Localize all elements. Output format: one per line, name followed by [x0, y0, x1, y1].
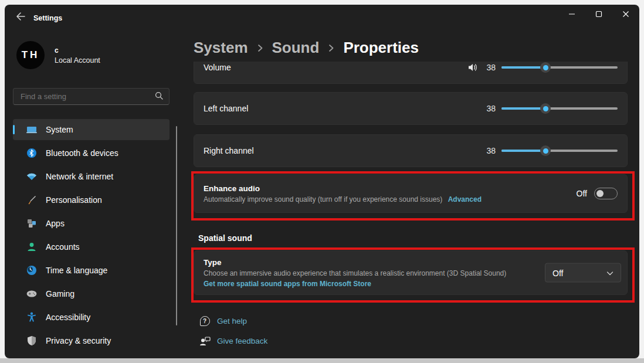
type-description: Choose an immersive audio experience tha…: [204, 269, 533, 277]
sidebar-item-label: Time & language: [46, 266, 107, 275]
apps-icon: [26, 218, 38, 229]
volume-slider[interactable]: [501, 66, 618, 69]
account-type: Local Account: [55, 56, 100, 65]
close-button[interactable]: [612, 5, 639, 25]
maximize-button[interactable]: [585, 5, 612, 25]
sidebar-item-label: Personalisation: [46, 195, 102, 205]
spatial-type-dropdown[interactable]: Off: [545, 263, 621, 283]
left-channel-slider-thumb[interactable]: [540, 103, 551, 114]
get-help-link[interactable]: ? Get help: [198, 314, 247, 327]
give-feedback-icon: [198, 334, 211, 347]
minimize-button[interactable]: [558, 5, 585, 25]
account-name: c: [55, 46, 100, 55]
slider-fill: [501, 66, 545, 69]
sidebar-nav: System Bluetooth & devices Network & int…: [13, 119, 170, 354]
accessibility-icon: [26, 311, 38, 323]
right-channel-slider-thumb[interactable]: [540, 145, 551, 156]
speaker-icon[interactable]: [467, 63, 478, 72]
get-help-icon: ?: [198, 314, 211, 327]
left-channel-value: 38: [484, 104, 496, 113]
sidebar-item-label: Accessibility: [46, 313, 90, 322]
close-icon: [622, 9, 629, 20]
screenshot-stage: Settings TH c Local Account: [0, 0, 644, 363]
sidebar-item-label: Bluetooth & devices: [46, 148, 118, 158]
selected-indicator: [13, 125, 15, 134]
chevron-right-icon: [256, 43, 264, 53]
bluetooth-icon: [26, 147, 38, 159]
sidebar-item-label: Gaming: [46, 289, 74, 298]
spatial-type-row: Type Choose an immersive audio experienc…: [194, 250, 628, 295]
right-channel-value: 38: [484, 146, 496, 155]
volume-slider-thumb[interactable]: [540, 62, 551, 73]
breadcrumb-system[interactable]: System: [194, 39, 248, 57]
enhance-audio-title: Enhance audio: [204, 184, 545, 193]
chevron-right-icon: [327, 43, 335, 53]
enhance-audio-description: Automatically improve sound quality (tur…: [204, 195, 442, 203]
system-icon: [26, 124, 38, 135]
personalisation-icon: [26, 194, 38, 206]
chevron-down-icon: [606, 267, 614, 278]
left-channel-slider[interactable]: [501, 107, 618, 110]
desktop-background: [0, 358, 644, 363]
spatial-store-link[interactable]: Get more spatial sound apps from Microso…: [204, 280, 371, 288]
accounts-icon: [26, 241, 38, 253]
sidebar-item-network[interactable]: Network & internet: [13, 166, 170, 187]
enhance-audio-toggle[interactable]: [594, 188, 618, 199]
left-channel-row: Left channel 38: [194, 92, 628, 125]
sidebar-item-apps[interactable]: Apps: [13, 213, 170, 234]
spatial-sound-heading: Spatial sound: [198, 233, 252, 243]
account-card[interactable]: TH c Local Account: [16, 41, 100, 69]
right-channel-label: Right channel: [204, 146, 484, 155]
slider-fill: [501, 150, 545, 152]
volume-row: Volume 38: [194, 62, 628, 84]
search-input[interactable]: [19, 91, 155, 101]
sidebar-item-label: Network & internet: [46, 172, 113, 181]
search-box[interactable]: [13, 88, 170, 105]
advanced-link[interactable]: Advanced: [448, 195, 482, 203]
dropdown-value: Off: [553, 268, 606, 277]
sidebar-item-bluetooth[interactable]: Bluetooth & devices: [13, 143, 170, 164]
titlebar: Settings: [5, 5, 639, 30]
sidebar-item-label: Privacy & security: [46, 336, 111, 345]
toggle-knob: [596, 190, 604, 197]
settings-window: Settings TH c Local Account: [5, 5, 639, 358]
network-icon: [26, 171, 38, 182]
breadcrumb-properties: Properties: [343, 39, 419, 57]
sidebar-item-personalisation[interactable]: Personalisation: [13, 189, 170, 211]
breadcrumb-sound[interactable]: Sound: [272, 39, 320, 57]
scrollbar[interactable]: [176, 126, 177, 325]
sidebar-item-system[interactable]: System: [13, 119, 170, 140]
time-language-icon: [26, 264, 38, 276]
sidebar-item-privacy[interactable]: Privacy & security: [13, 330, 170, 351]
volume-label: Volume: [204, 63, 467, 72]
enhance-audio-row: Enhance audio Automatically improve soun…: [194, 174, 628, 213]
breadcrumb: System Sound Properties: [194, 39, 419, 57]
type-title: Type: [204, 258, 533, 267]
left-channel-label: Left channel: [204, 104, 484, 113]
sidebar-item-gaming[interactable]: Gaming: [13, 283, 170, 304]
app-title: Settings: [33, 10, 62, 26]
give-feedback-link[interactable]: Give feedback: [198, 334, 267, 347]
minimize-icon: [568, 9, 575, 20]
right-channel-row: Right channel 38: [194, 134, 628, 167]
sidebar-item-accessibility[interactable]: Accessibility: [13, 307, 170, 328]
back-button[interactable]: [12, 9, 29, 26]
sidebar-item-label: Accounts: [46, 242, 80, 252]
avatar: TH: [16, 41, 45, 69]
gaming-icon: [26, 288, 38, 300]
slider-fill: [501, 107, 545, 110]
back-arrow-icon: [16, 12, 25, 23]
enhance-audio-toggle-state: Off: [577, 189, 587, 198]
volume-value: 38: [484, 63, 496, 72]
privacy-icon: [26, 335, 38, 347]
search-icon: [155, 91, 163, 102]
sidebar-item-label: System: [46, 125, 73, 134]
sidebar-item-label: Apps: [46, 219, 65, 228]
volume-row-viewport: Volume 38: [194, 62, 628, 85]
right-channel-slider[interactable]: [501, 150, 618, 152]
sidebar-item-accounts[interactable]: Accounts: [13, 236, 170, 257]
maximize-icon: [595, 9, 602, 20]
sidebar-item-time-language[interactable]: Time & language: [13, 260, 170, 281]
